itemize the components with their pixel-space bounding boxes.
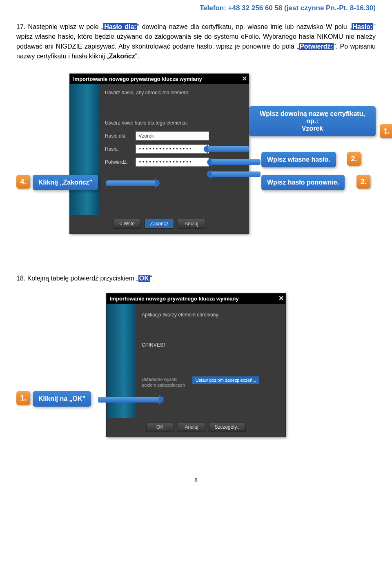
finish-button[interactable]: Zakończ — [145, 219, 174, 229]
details-button[interactable]: Szczegóły... — [209, 422, 246, 432]
page-number: 8 — [16, 477, 376, 483]
label-potwierdz: Potwierdź: — [105, 159, 134, 165]
dialog2-title: Importowanie nowego prywatnego klucza wy… — [110, 296, 239, 302]
hl-haslo-dla: Hasło dla: — [103, 23, 137, 30]
callout-click-finish: Kliknij „Zakończ" — [33, 175, 98, 190]
dialog1-sidebar-image — [70, 84, 99, 215]
badge-3: 3. — [356, 175, 370, 189]
dialog1-titlebar: Importowanie nowego prywatnego klucza wy… — [70, 74, 249, 84]
cancel-button[interactable]: Anuluj — [178, 219, 205, 229]
p17-s4: ". — [135, 53, 139, 60]
callout-click-ok: Kliknij na „OK" — [33, 391, 91, 407]
input-potwierdz[interactable]: •••••••••••••••• — [136, 158, 209, 167]
security-level-text: Ustawiono wysoki poziom zabezpieczeń — [142, 376, 185, 388]
p17-s1: " dowolną nazwę dla certyfikatu, np. wła… — [137, 23, 352, 30]
cpinvest-label: CPINVEST — [142, 342, 280, 348]
hl-potwierdz: Potwierdź: — [299, 43, 334, 50]
row-haslo-dla: Hasło dla: Vzorek — [105, 131, 243, 140]
label-haslo-dla: Hasło dla: — [105, 133, 134, 139]
badge-4: 4. — [16, 175, 30, 189]
back-button[interactable]: < Wste — [113, 219, 141, 229]
dialog1-line1: Utwórz hasło, aby chronić ten element. — [105, 90, 243, 96]
arrow-1 — [204, 146, 249, 152]
dialog1-line2: Utwórz nowe hasło dla tego elementu. — [105, 120, 243, 126]
callout-enter-name: Wpisz dowolną nazwę certyfikatu, np.: Vz… — [249, 106, 376, 136]
callout-enter-name-line2: Vzorek — [255, 125, 370, 132]
label-haslo: Hasło: — [105, 146, 134, 152]
close-icon[interactable]: ✕ — [278, 294, 284, 302]
dialog1: Importowanie nowego prywatnego klucza wy… — [69, 73, 249, 234]
p18-suffix: ". — [150, 275, 154, 282]
badge-1: 1. — [380, 124, 392, 138]
badge-2: 2. — [347, 152, 361, 166]
p17-prefix: 17. Następnie wpisz w pole „ — [16, 23, 103, 30]
paragraph-18: 18. Kolejną tabelę potwierdź przyciskiem… — [16, 274, 376, 283]
close-icon[interactable]: ✕ — [242, 75, 247, 82]
hl-haslo: Hasło: — [352, 23, 373, 30]
dialog2-line1: Aplikacja tworzy element chroniony. — [142, 312, 280, 318]
arrow-3 — [207, 171, 261, 177]
dialog2-titlebar: Importowanie nowego prywatnego klucza wy… — [107, 294, 285, 304]
dialog2: Importowanie nowego prywatnego klucza wy… — [106, 293, 286, 437]
dialog1-area: Importowanie nowego prywatnego klucza wy… — [16, 73, 376, 261]
dialog2-area: Importowanie nowego prywatnego klucza wy… — [16, 293, 376, 465]
set-security-level-button[interactable]: Ustaw poziom zabezpieczeń... — [192, 376, 260, 384]
input-haslo-dla[interactable]: Vzorek — [136, 131, 209, 140]
dialog1-buttons: < Wste Zakończ Anuluj — [70, 215, 249, 234]
dialog2-buttons: OK Anuluj Szczegóły... — [107, 418, 285, 437]
arrow-4 — [106, 180, 159, 186]
cancel-button[interactable]: Anuluj — [178, 422, 205, 432]
callout-enter-name-line1: Wpisz dowolną nazwę certyfikatu, np.: — [255, 110, 370, 125]
bold-zakoncz: Zakończ — [109, 53, 135, 60]
security-sub2: poziom zabezpieczeń — [142, 382, 185, 388]
phone-header: Telefon: +48 32 256 60 58 (jest czynne P… — [16, 4, 376, 12]
p18-prefix: 18. Kolejną tabelę potwierdź przyciskiem… — [16, 275, 138, 282]
ok-button[interactable]: OK — [146, 422, 174, 432]
badge-ok-1: 1. — [16, 391, 30, 405]
security-sub1: Ustawiono wysoki — [142, 376, 185, 382]
paragraph-17: 17. Następnie wpisz w pole „Hasło dla:" … — [16, 22, 376, 61]
callout-enter-password: Wpisz własne hasło. — [261, 152, 336, 167]
arrow-ok — [98, 397, 163, 403]
hl-ok: OK — [138, 275, 150, 282]
callout-confirm-password: Wpisz hasło ponownie. — [261, 175, 345, 190]
arrow-2 — [207, 159, 261, 165]
dialog1-title: Importowanie nowego prywatnego klucza wy… — [73, 76, 202, 82]
